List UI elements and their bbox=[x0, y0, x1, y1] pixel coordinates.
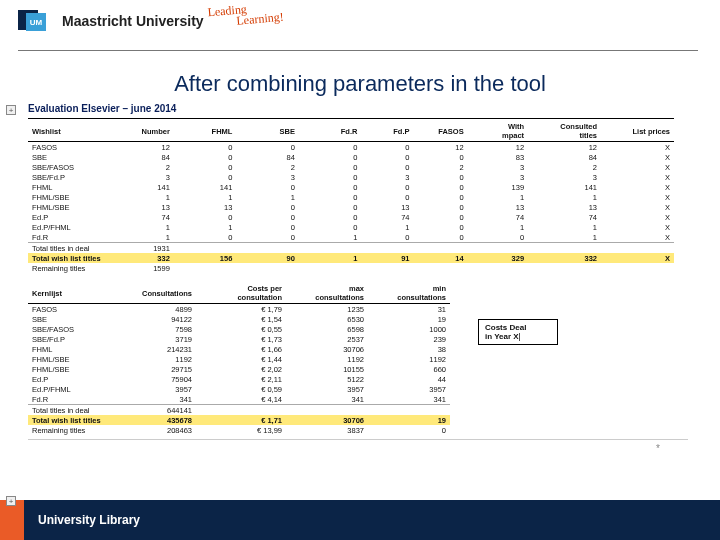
col-sbe: SBE bbox=[236, 121, 299, 142]
kcol-min: minconsultations bbox=[368, 283, 450, 304]
table-row: SBE/Fd.P30303033X bbox=[28, 172, 674, 182]
table-row: FHML/SBE29715€ 2,0210155660 bbox=[28, 364, 450, 374]
krow-total-deal: Total titles in deal 644141 bbox=[28, 405, 450, 416]
table-row: Ed.P75904€ 2,11512244 bbox=[28, 374, 450, 384]
header-divider bbox=[18, 50, 698, 51]
costs-deal-box: Costs Deal in Year X bbox=[478, 319, 558, 345]
krow-remaining: Remaining titles 208463 € 13,99 3837 0 bbox=[28, 425, 450, 435]
kcol-max: maxconsultations bbox=[286, 283, 368, 304]
wishlist-header-row: Wishlist Number FHML SBE Fd.R Fd.P FASOS… bbox=[28, 121, 674, 142]
table-row: Ed.P740007407474X bbox=[28, 212, 674, 222]
table-row: Ed.P/FHML11001011X bbox=[28, 222, 674, 232]
footer-accent bbox=[0, 500, 24, 540]
expand-region-button-bottom[interactable]: + bbox=[6, 496, 16, 506]
col-fdr: Fd.R bbox=[299, 121, 362, 142]
table-row: SBE840840008384X bbox=[28, 152, 674, 162]
wishlist-table: Wishlist Number FHML SBE Fd.R Fd.P FASOS… bbox=[28, 121, 674, 273]
um-logo-icon: UM bbox=[18, 10, 52, 32]
um-logo-letters: UM bbox=[26, 13, 46, 31]
table-row: Ed.P/FHML3957€ 0,5939573957 bbox=[28, 384, 450, 394]
col-fdp: Fd.P bbox=[361, 121, 413, 142]
page-title: After combining parameters in the tool bbox=[0, 57, 720, 103]
table-row: FHML214231€ 1,663070638 bbox=[28, 344, 450, 354]
logo-row: UM Maastricht University bbox=[18, 10, 702, 32]
footer-bar: University Library bbox=[0, 500, 720, 540]
spreadsheet-embed: Evaluation Elsevier – june 2014 Wishlist… bbox=[28, 103, 698, 440]
kcol-cpc: Costs perconsultation bbox=[196, 283, 286, 304]
col-consulted: Consultedtitles bbox=[528, 121, 601, 142]
text-cursor-icon bbox=[519, 333, 520, 341]
kcol-consultations: Consultations bbox=[106, 283, 196, 304]
footer-label: University Library bbox=[24, 500, 720, 540]
evaluation-title: Evaluation Elsevier – june 2014 bbox=[28, 103, 176, 117]
table-row: FHML/SBE11100011X bbox=[28, 192, 674, 202]
row-total-deal: Total titles in deal 1931 bbox=[28, 243, 674, 254]
kernlijst-table: Kernlijst Consultations Costs perconsult… bbox=[28, 283, 450, 435]
table-row: FHML1411410000139141X bbox=[28, 182, 674, 192]
costs-deal-l2: in Year X bbox=[485, 332, 519, 341]
krow-total-wishlist: Total wish list titles 435678 € 1,71 307… bbox=[28, 415, 450, 425]
table-row: Fd.R10010001X bbox=[28, 232, 674, 243]
col-fhml: FHML bbox=[174, 121, 237, 142]
row-total-wishlist: Total wish list titles 332 156 90 1 91 1… bbox=[28, 253, 674, 263]
title-underline bbox=[28, 118, 674, 119]
kernlijst-header-row: Kernlijst Consultations Costs perconsult… bbox=[28, 283, 450, 304]
col-listprices: List prices bbox=[601, 121, 674, 142]
table-row: FHML/SBE1192€ 1,4411921192 bbox=[28, 354, 450, 364]
kernlijst-section: Kernlijst Consultations Costs perconsult… bbox=[28, 283, 698, 435]
row-remaining: Remaining titles 1599 bbox=[28, 263, 674, 273]
col-fasos: FASOS bbox=[414, 121, 468, 142]
slide: UM Maastricht University Leading Learnin… bbox=[0, 0, 720, 540]
col-impact: Withmpact bbox=[468, 121, 528, 142]
footnote-marker-icon: * bbox=[656, 443, 660, 454]
table-row: FASOS120000121212X bbox=[28, 142, 674, 153]
costs-deal-l1: Costs Deal bbox=[485, 323, 526, 332]
table-row: SBE/FASOS7598€ 0,5565981000 bbox=[28, 324, 450, 334]
col-number: Number bbox=[109, 121, 174, 142]
kcol-kernlijst: Kernlijst bbox=[28, 283, 106, 304]
expand-region-button[interactable]: + bbox=[6, 105, 16, 115]
table-row: SBE94122€ 1,54653019 bbox=[28, 314, 450, 324]
table-row: FHML/SBE1313001301313X bbox=[28, 202, 674, 212]
table-row: SBE/Fd.P3719€ 1,732537239 bbox=[28, 334, 450, 344]
brand-name: Maastricht University bbox=[62, 13, 204, 29]
bottom-divider bbox=[28, 439, 688, 440]
header: UM Maastricht University Leading Learnin… bbox=[0, 0, 720, 57]
table-row: FASOS4899€ 1,79123531 bbox=[28, 304, 450, 315]
content-area: + Evaluation Elsevier – june 2014 Wishli… bbox=[0, 103, 720, 500]
table-row: Fd.R341€ 4,14341341 bbox=[28, 394, 450, 405]
col-wishlist: Wishlist bbox=[28, 121, 109, 142]
table-row: SBE/FASOS20200232X bbox=[28, 162, 674, 172]
